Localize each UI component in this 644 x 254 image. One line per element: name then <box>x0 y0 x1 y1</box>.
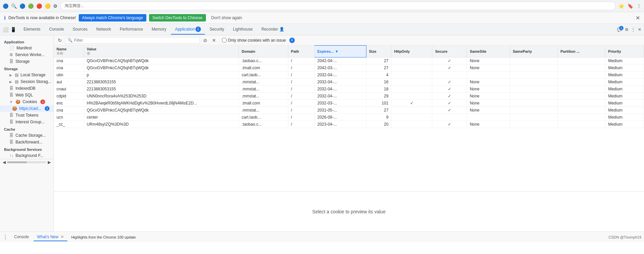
clear-filter-button[interactable]: ⊘ <box>202 37 209 44</box>
table-row[interactable]: _cc_ URm48syIZQ%3D%3D .taobao.c... / 202… <box>54 121 644 128</box>
browser-bar: 🔵 🔍 🔵 🟢 🔴 🟡 ⚙ 淘宝网首... ⭐🔖⋮ <box>0 0 644 12</box>
table-row[interactable]: ucn center cart.taob... / 2026-09-... 9 … <box>54 114 644 121</box>
col-header-value[interactable]: Value值 <box>84 46 239 57</box>
cell-expires: 2032-04-... <box>315 85 366 92</box>
notify-info-icon: ℹ <box>4 15 6 20</box>
cell-name: cdpid <box>54 92 84 99</box>
sidebar-item-back-forward[interactable]: 🗄 Back/forward... <box>0 139 53 145</box>
cell-path: / <box>288 114 314 121</box>
devtools-device-icon[interactable]: 📱 <box>10 27 16 32</box>
devtools-more-icon[interactable]: ⋮ <box>631 27 635 32</box>
browser-icon-qingtuan: 🟢 <box>28 3 34 9</box>
sidebar-scroll-right[interactable]: ▶ <box>48 160 51 165</box>
table-row[interactable]: cna QGcvGVBPnkcCAQ5qhBTqWQdk .taobao.c..… <box>54 57 644 64</box>
tab-network[interactable]: Network <box>92 25 115 34</box>
col-header-path[interactable]: Path <box>288 46 314 57</box>
filter-input[interactable] <box>74 38 198 43</box>
col-header-priority[interactable]: Priority <box>605 46 644 57</box>
devtools-chat-icon[interactable]: 💬 1 <box>617 27 622 32</box>
col-header-partition[interactable]: Partition ... <box>558 46 605 57</box>
bottom-bar: ⋮ Console What's New ✕ Highlights from t… <box>0 231 644 242</box>
always-match-language-button[interactable]: Always match Chrome's language <box>79 14 146 22</box>
sidebar-item-cookie-cart[interactable]: 🍪 https://cart... 3 <box>0 105 53 112</box>
tab-lighthouse[interactable]: Lighthouse <box>229 25 257 34</box>
table-row[interactable]: enc H%2BAeqkR0b5fqAWKHdDgKv%2B0HvwrdL08j… <box>54 99 644 107</box>
cookie-table-wrap[interactable]: Name名称 Value值 Domain Path Expires... ▼ S… <box>54 45 644 191</box>
devtools-main: Application 📄 Manifest ⚙ Service Worke..… <box>0 35 644 231</box>
tab-elements[interactable]: Elements <box>20 25 44 34</box>
notify-close-icon[interactable]: ✕ <box>636 15 640 21</box>
col-header-name[interactable]: Name名称 <box>54 46 84 57</box>
sidebar-item-web-sql[interactable]: 🗄 Web SQL <box>0 92 53 98</box>
whats-new-close-icon[interactable]: ✕ <box>61 235 64 239</box>
cell-priority: Medium <box>605 121 644 128</box>
main-content: ↻ 🔍 ⊘ ✕ Only show cookies with an issue … <box>54 35 644 231</box>
sidebar-item-manifest[interactable]: 📄 Manifest <box>0 45 53 51</box>
sidebar-item-local-storage[interactable]: ▶ ▤ Local Storage <box>0 72 53 78</box>
close-filter-button[interactable]: ✕ <box>211 37 217 44</box>
cell-httponly <box>391 114 432 121</box>
sidebar-item-trust-tokens[interactable]: 🗄 Trust Tokens <box>0 112 53 119</box>
tab-console[interactable]: Console <box>45 25 68 34</box>
table-row[interactable]: cna QGcvGVBPnkcCAQ5qhBTqWQdk .mmstat... … <box>54 107 644 114</box>
filter-input-wrap: 🔍 <box>65 37 200 44</box>
table-row[interactable]: cnaui 2213883053155 .mmstat... / 2032-04… <box>54 85 644 92</box>
bottom-tab-console[interactable]: Console <box>11 233 32 241</box>
cell-name: enc <box>54 99 84 107</box>
tab-application[interactable]: Application 1 <box>171 25 205 35</box>
sidebar-item-storage[interactable]: 🗄 Storage <box>0 58 53 65</box>
tab-security[interactable]: Security <box>206 25 228 34</box>
cell-secure: ✓ <box>432 85 467 92</box>
sidebar-item-session-storage[interactable]: ▶ ▤ Session Storag... <box>0 78 53 85</box>
sidebar-item-cache-storage[interactable]: 🗄 Cache Storage... <box>0 132 53 139</box>
devtools-close-icon[interactable]: ✕ <box>638 27 641 32</box>
browser-icon-jetbrains: ⚙ <box>53 3 58 9</box>
sidebar-item-interest-group[interactable]: 🗄 Interest Group... <box>0 119 53 125</box>
cell-httponly <box>391 71 432 78</box>
tab-memory[interactable]: Memory <box>148 25 170 34</box>
cell-path: / <box>288 92 314 99</box>
only-issues-checkbox[interactable] <box>222 38 226 42</box>
cell-domain: .taobao.c... <box>239 57 288 64</box>
tab-recorder[interactable]: Recorder 👤 <box>257 25 288 34</box>
table-row[interactable]: cna QGcvGVBPnkcCAQ5qhBTqWQdk .tmall.com … <box>54 64 644 71</box>
cell-name: ubn <box>54 71 84 78</box>
browser-nav-icons: ⭐🔖⋮ <box>618 3 641 9</box>
table-row[interactable]: aui 2213883053155 .mmstat... / 2032-04-.… <box>54 78 644 85</box>
col-header-expires[interactable]: Expires... ▼ <box>315 46 366 57</box>
dont-show-again-button[interactable]: Don't show again <box>209 14 245 22</box>
refresh-button[interactable]: ↻ <box>57 37 63 44</box>
sidebar-scrollbar-track[interactable] <box>7 161 46 163</box>
switch-to-chinese-button[interactable]: Switch DevTools to Chinese <box>149 14 206 22</box>
browser-icon-baidu2: 🔵 <box>20 3 25 9</box>
sidebar-scroll-left[interactable]: ◀ <box>3 160 6 165</box>
cache-storage-icon: 🗄 <box>9 133 13 138</box>
col-header-sameparty[interactable]: SameParty <box>510 46 558 57</box>
col-header-domain[interactable]: Domain <box>239 46 288 57</box>
sidebar-item-cookies[interactable]: ▼ 🍪 Cookies 2 <box>0 98 53 105</box>
cell-name: cna <box>54 57 84 64</box>
col-header-secure[interactable]: Secure <box>432 46 467 57</box>
cell-secure: ✓ <box>432 92 467 99</box>
devtools-settings-icon[interactable]: ⚙ <box>625 27 629 32</box>
cell-samesite: None <box>467 85 510 92</box>
cell-secure: ✓ <box>432 64 467 71</box>
browser-url-bar[interactable]: 淘宝网首... <box>60 2 616 10</box>
table-row[interactable]: cdpid UNN0nncRora4vA%253D%253D .mmstat..… <box>54 92 644 99</box>
bottom-bar-menu-icon[interactable]: ⋮ <box>3 234 8 240</box>
cell-httponly <box>391 78 432 85</box>
expand-icon: ▶ <box>9 73 12 77</box>
col-header-samesite[interactable]: SameSite <box>467 46 510 57</box>
sidebar-item-indexeddb[interactable]: 🗄 IndexedDB <box>0 85 53 92</box>
devtools-inspect-icon[interactable]: ⬜ <box>3 27 8 32</box>
tab-sources[interactable]: Sources <box>69 25 92 34</box>
col-header-size[interactable]: Size <box>366 46 391 57</box>
tab-performance[interactable]: Performance <box>116 25 147 34</box>
table-row[interactable]: ubn p cart.taob... / 2032-04-... 4 Mediu… <box>54 71 644 78</box>
cell-sameparty <box>510 57 558 64</box>
cell-name: cna <box>54 107 84 114</box>
sidebar-item-service-worker[interactable]: ⚙ Service Worke... <box>0 51 53 58</box>
bottom-tab-whats-new[interactable]: What's New ✕ <box>34 233 67 241</box>
col-header-httponly[interactable]: HttpOnly <box>391 46 432 57</box>
sidebar-item-background-fetch[interactable]: ↑↓ Background F... <box>0 152 53 159</box>
